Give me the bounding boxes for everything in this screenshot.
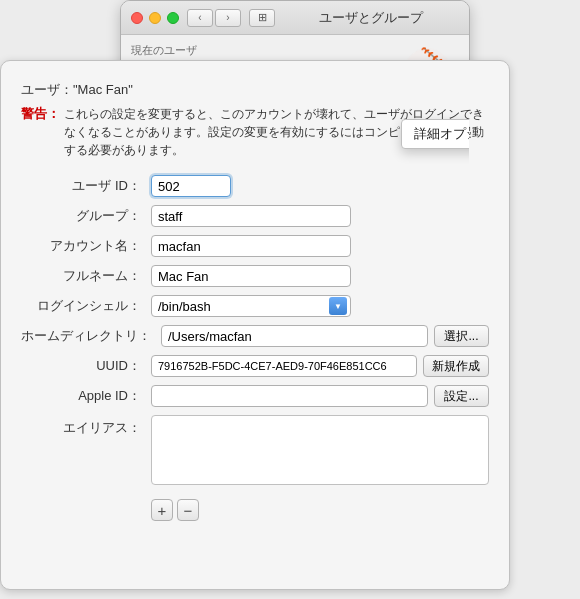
userid-row: ユーザ ID： bbox=[21, 175, 489, 197]
new-create-button[interactable]: 新規作成 bbox=[423, 355, 489, 377]
accountname-label: アカウント名： bbox=[21, 237, 151, 255]
back-button[interactable]: ‹ bbox=[187, 9, 213, 27]
popup-item-details[interactable]: 詳細オプション... bbox=[402, 120, 470, 148]
zoom-button[interactable] bbox=[167, 12, 179, 24]
userid-input[interactable] bbox=[151, 175, 231, 197]
uuid-input[interactable] bbox=[151, 355, 417, 377]
nav-buttons: ‹ › bbox=[187, 9, 241, 27]
uuid-row: UUID： 新規作成 bbox=[21, 355, 489, 377]
titlebar: ‹ › ⊞ ユーザとグループ bbox=[121, 1, 469, 35]
loginshell-label: ログインシェル： bbox=[21, 297, 151, 315]
add-alias-button[interactable]: + bbox=[151, 499, 173, 521]
appleid-input[interactable] bbox=[151, 385, 428, 407]
panel-user-title: ユーザ："Mac Fan" bbox=[21, 81, 489, 99]
group-label: グループ： bbox=[21, 207, 151, 225]
configure-button[interactable]: 設定... bbox=[434, 385, 489, 407]
close-button[interactable] bbox=[131, 12, 143, 24]
aliases-row: エイリアス： bbox=[21, 415, 489, 485]
group-row: グループ： bbox=[21, 205, 489, 227]
loginshell-select[interactable]: /bin/bash /bin/zsh /bin/sh bbox=[151, 295, 351, 317]
window-title: ユーザとグループ bbox=[283, 9, 459, 27]
appleid-row: Apple ID： 設定... bbox=[21, 385, 489, 407]
userid-label: ユーザ ID： bbox=[21, 177, 151, 195]
homedirectory-row: ホームディレクトリ： 選択... bbox=[21, 325, 489, 347]
popup-menu: 詳細オプション... bbox=[401, 119, 470, 149]
aliases-textarea[interactable] bbox=[151, 415, 489, 485]
remove-alias-button[interactable]: − bbox=[177, 499, 199, 521]
group-input[interactable] bbox=[151, 205, 351, 227]
fullname-label: フルネーム： bbox=[21, 267, 151, 285]
traffic-lights bbox=[131, 12, 179, 24]
forward-button[interactable]: › bbox=[215, 9, 241, 27]
grid-view-button[interactable]: ⊞ bbox=[249, 9, 275, 27]
loginshell-row: ログインシェル： /bin/bash /bin/zsh /bin/sh bbox=[21, 295, 489, 317]
accountname-input[interactable] bbox=[151, 235, 351, 257]
select-button[interactable]: 選択... bbox=[434, 325, 489, 347]
minimize-button[interactable] bbox=[149, 12, 161, 24]
homedirectory-input[interactable] bbox=[161, 325, 428, 347]
fullname-input[interactable] bbox=[151, 265, 351, 287]
appleid-label: Apple ID： bbox=[21, 387, 151, 405]
accountname-row: アカウント名： bbox=[21, 235, 489, 257]
fullname-row: フルネーム： bbox=[21, 265, 489, 287]
bottom-buttons: + − bbox=[151, 499, 489, 521]
warning-label: 警告： bbox=[21, 105, 60, 123]
uuid-label: UUID： bbox=[21, 357, 151, 375]
form-rows: ユーザ ID： グループ： アカウント名： フルネーム： ログインシェル： /b… bbox=[21, 175, 489, 521]
homedirectory-label: ホームディレクトリ： bbox=[21, 327, 161, 345]
aliases-label: エイリアス： bbox=[21, 415, 151, 437]
